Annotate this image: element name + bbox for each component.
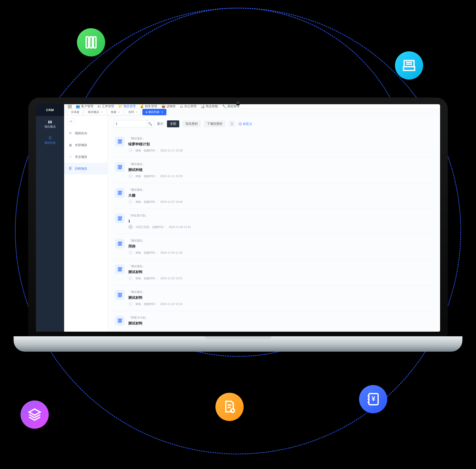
tab-leads[interactable]: 线索✕ <box>107 109 123 115</box>
filter-count[interactable]: 1 <box>229 121 235 127</box>
chart-icon: ▮▮ <box>36 120 64 124</box>
close-icon[interactable]: ✕ <box>161 111 163 113</box>
collapse-button[interactable]: ‹≡ <box>67 118 75 125</box>
project-title: 测试材料 <box>128 295 183 300</box>
topnav-customers[interactable]: 👥客户管理 <box>76 104 93 109</box>
project-tag: 「测试项目」 <box>128 162 183 166</box>
project-meta: 体验创建时间：2023-11-07 15:44 <box>128 199 183 204</box>
project-owner: 体验 <box>135 302 141 306</box>
project-owner: 体验 <box>135 149 141 152</box>
project-created: 2023-11-02 19:14 <box>160 302 183 305</box>
close-icon[interactable]: ✕ <box>135 111 137 113</box>
project-card[interactable]: 「阿富汗计划」测试材料 <box>113 311 434 331</box>
box-icon: 📦 <box>161 104 165 108</box>
camera-dot <box>235 100 241 105</box>
close-icon[interactable]: ✕ <box>101 111 103 113</box>
topnav-office[interactable]: 🗂办公管理 <box>180 104 196 109</box>
project-card[interactable]: 「测试项目」测试材料体验创建时间：2023-11-02 19:31 <box>113 260 434 285</box>
project-tag: 「测试项目」 <box>128 264 183 268</box>
show-label: 显示: <box>157 122 164 126</box>
sidebar-item-follow[interactable]: ☆关注项目 <box>64 151 107 163</box>
bi-icon: 📊 <box>201 104 205 108</box>
created-label: 创建时间： <box>144 174 158 178</box>
star-icon: ☆ <box>68 155 72 159</box>
close-icon[interactable]: ✕ <box>118 111 120 113</box>
topbar: 👥客户管理 🏷工单管理 📁项目管理 💰财务管理 📦进销存 🗂办公管理 📊商业智能… <box>64 104 440 109</box>
archive-icon: 🗄 <box>68 167 72 170</box>
project-thumb <box>115 264 125 274</box>
rail-item-list[interactable]: ☰ 项目列表 <box>36 132 64 148</box>
project-created: 2023-11-03 11:51 <box>169 225 191 228</box>
project-thumb <box>115 162 125 172</box>
topnav-finance[interactable]: 💰财务管理 <box>140 104 157 109</box>
project-card[interactable]: 「测试项目」用例体验创建时间：2023-11-03 11:20 <box>113 234 434 260</box>
created-label: 创建时间： <box>144 200 158 204</box>
topnav-tickets[interactable]: 🏷工单管理 <box>97 104 114 109</box>
topnav-projects[interactable]: 📁项目管理 <box>118 104 136 109</box>
project-created: 2023-11-11 15:28 <box>160 175 183 178</box>
svg-rect-20 <box>121 242 122 246</box>
svg-rect-26 <box>121 293 122 297</box>
filter-mine[interactable]: 我负责的 <box>182 120 201 127</box>
svg-rect-6 <box>118 140 119 143</box>
menu-icon[interactable] <box>68 105 72 108</box>
owner-avatar <box>128 225 133 229</box>
svg-rect-0 <box>86 37 89 48</box>
tab-dashboard[interactable]: 仪表盘 <box>68 109 83 115</box>
tabbar: 仪表盘 项目概况✕ 线索✕ 合同✕ ● 项目列表✕ <box>64 109 440 116</box>
project-meta: 体验创建时间：2023-11-11 15:30 <box>128 148 183 153</box>
svg-rect-2 <box>94 37 96 48</box>
svg-rect-16 <box>120 217 121 221</box>
svg-rect-1 <box>90 37 92 48</box>
wrench-icon: 🔧 <box>222 104 226 108</box>
svg-rect-10 <box>120 165 121 169</box>
svg-rect-19 <box>120 242 121 246</box>
project-card[interactable]: 「测试项目」测试种植体验创建时间：2023-11-11 15:28 <box>113 158 434 183</box>
office-icon: 🗂 <box>180 104 183 108</box>
content-panel: 🔍 显示: 全部 我负责的 下属负责的 1 自定义 <box>108 116 440 332</box>
tab-overview[interactable]: 项目概况✕ <box>84 109 106 115</box>
svg-rect-8 <box>121 140 122 143</box>
search-button[interactable]: 🔍 <box>147 120 154 127</box>
sidebar-item-all[interactable]: ▦全部项目 <box>64 139 107 151</box>
project-title: 用例 <box>128 244 183 249</box>
search-input[interactable] <box>113 120 147 127</box>
ledger-icon: ¥ <box>359 385 387 413</box>
workspace: ‹≡ ✉我的在办 ▦全部项目 ☆关注项目 🗄归档项目 🔍 <box>64 116 440 332</box>
svg-rect-14 <box>121 191 122 195</box>
project-card[interactable]: 「测试项目」绿萝种植计划体验创建时间：2023-11-11 15:30 <box>113 132 434 158</box>
tab-project-list[interactable]: ● 项目列表✕ <box>142 109 166 115</box>
custom-filter[interactable]: 自定义 <box>239 122 252 126</box>
project-card[interactable]: 「测试项目」大棚体验创建时间：2023-11-07 15:44 <box>113 183 434 209</box>
project-title: 大棚 <box>128 193 183 198</box>
project-title: 测试材料 <box>128 270 183 274</box>
sidebar-item-archive[interactable]: 🗄归档项目 <box>64 163 107 175</box>
tab-contracts[interactable]: 合同✕ <box>125 109 141 115</box>
svg-rect-7 <box>120 140 121 143</box>
svg-rect-18 <box>118 242 119 246</box>
project-tag: 「测试项目」 <box>128 188 183 192</box>
svg-rect-22 <box>120 267 121 271</box>
project-card[interactable]: 「伊拉克计划」1乌克兰总统创建时间：2023-11-03 11:51 <box>113 209 434 234</box>
sidebar-item-mine[interactable]: ✉我的在办 <box>64 127 107 139</box>
project-owner: 体验 <box>135 200 141 204</box>
rail-item-overview[interactable]: ▮▮ 项目概况 <box>36 116 64 132</box>
filter-all[interactable]: 全部 <box>167 120 179 127</box>
topnav-inventory[interactable]: 📦进销存 <box>161 104 176 109</box>
owner-avatar <box>128 174 133 178</box>
users-icon: 👥 <box>76 104 80 108</box>
grid-icon: ▦ <box>68 143 72 147</box>
project-thumb <box>115 316 125 326</box>
project-title: 绿萝种植计划 <box>128 142 183 147</box>
svg-rect-15 <box>118 217 119 221</box>
svg-rect-13 <box>120 191 121 195</box>
owner-avatar <box>128 302 133 306</box>
project-card[interactable]: 「测试项目」测试材料体验创建时间：2023-11-02 19:14 <box>113 285 434 311</box>
topnav-bi[interactable]: 📊商业智能 <box>201 104 218 109</box>
project-created: 2023-11-02 19:31 <box>160 277 183 280</box>
project-tag: 「伊拉克计划」 <box>128 214 191 217</box>
project-title: 测试材料 <box>128 321 148 326</box>
filter-subs[interactable]: 下属负责的 <box>204 120 225 127</box>
inbox-icon: ✉ <box>68 131 72 135</box>
laptop-base <box>14 336 462 352</box>
